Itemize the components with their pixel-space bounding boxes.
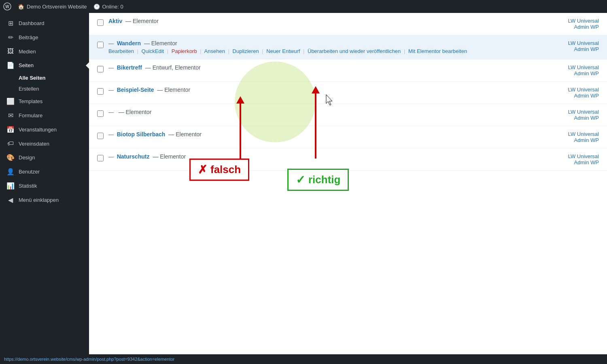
page-author-biotop: LW UniversalAdmin WP xyxy=(534,131,599,143)
dashboard-icon: ⊞ xyxy=(6,19,15,27)
action-quickedit[interactable]: QuickEdit xyxy=(142,48,164,54)
right-label-box: ✓ richtig xyxy=(287,169,349,191)
sidebar-item-templates[interactable]: ⬜ Templates xyxy=(0,94,89,108)
page-name-aktiv[interactable]: Aktiv xyxy=(108,18,122,24)
page-name-bikertreff[interactable]: Bikertreff xyxy=(117,64,142,71)
benutzer-icon: 👤 xyxy=(6,168,15,176)
right-icon: ✓ xyxy=(296,173,305,186)
page-author-wandern: LW UniversalAdmin WP xyxy=(534,40,599,52)
status-url[interactable]: https://demo.ortsverein.website/cms/wp-a… xyxy=(4,357,174,362)
row-checkbox-wandern[interactable] xyxy=(97,42,104,48)
sidebar-item-veranstaltungen[interactable]: 📅 Veranstaltungen xyxy=(0,123,89,137)
sidebar-item-formulare[interactable]: ✉ Formulare xyxy=(0,108,89,123)
page-title-line-beispiel: — Beispiel-Seite — Elementor xyxy=(108,87,529,93)
templates-icon: ⬜ xyxy=(6,97,15,105)
sidebar-label-templates: Templates xyxy=(19,98,42,104)
sidebar-item-dashboard[interactable]: ⊞ Dashboard xyxy=(0,16,89,30)
page-name-wandern[interactable]: Wandern xyxy=(117,40,141,47)
sidebar-item-medien[interactable]: 🖼 Medien xyxy=(0,44,89,58)
page-title-line-wandern: — Wandern — Elementor xyxy=(108,40,529,47)
page-dash-naturschutz: — xyxy=(108,154,115,160)
sidebar-label-veranstaltungen: Veranstaltungen xyxy=(19,127,57,133)
page-list: Aktiv — Elementor LW UniversalAdmin WP —… xyxy=(89,13,607,171)
sidebar-sub-item-erstellen[interactable]: Erstellen xyxy=(0,83,89,94)
page-title-line-bikertreff: — Bikertreff — Entwurf, Elementor xyxy=(108,64,529,71)
statistik-icon: 📊 xyxy=(6,182,15,190)
table-row: — Beispiel-Seite — Elementor LW Universa… xyxy=(89,82,607,104)
row-checkbox-bikertreff[interactable] xyxy=(97,66,104,72)
action-neuer-entwurf[interactable]: Neuer Entwurf xyxy=(266,48,300,54)
action-papierkorb[interactable]: Papierkorb xyxy=(172,48,197,54)
medien-icon: 🖼 xyxy=(6,48,15,55)
page-dash-hidden: — xyxy=(108,109,115,115)
sidebar-item-seiten[interactable]: 📄 Seiten xyxy=(0,58,89,72)
sidebar: ⊞ Dashboard ✏ Beiträge 🖼 Medien 📄 Seiten… xyxy=(0,13,89,354)
formulare-icon: ✉ xyxy=(6,112,15,119)
page-author-beispiel: LW UniversalAdmin WP xyxy=(534,87,599,99)
sidebar-sub-seiten: Alle Seiten Erstellen xyxy=(0,72,89,94)
table-row: — Naturschutz — Elementor LW UniversalAd… xyxy=(89,148,607,171)
page-dash-beispiel: — xyxy=(108,87,115,93)
page-title-line-aktiv: Aktiv — Elementor xyxy=(108,18,529,24)
page-content-wandern: — Wandern — Elementor Bearbeiten | Quick… xyxy=(108,40,529,54)
page-meta-hidden: — Elementor xyxy=(119,109,152,115)
page-name-beispiel[interactable]: Beispiel-Seite xyxy=(117,87,154,93)
design-icon: 🎨 xyxy=(6,154,15,161)
action-duplizieren[interactable]: Duplizieren xyxy=(233,48,259,54)
site-name-item[interactable]: 🏠 Demo Ortsverein Website xyxy=(18,4,87,10)
sidebar-label-design: Design xyxy=(19,154,35,161)
action-ueberarbeiten[interactable]: Überarbeiten und wieder veröffentlichen xyxy=(308,48,401,54)
table-row: — Bikertreff — Entwurf, Elementor LW Uni… xyxy=(89,59,607,82)
sidebar-label-seiten: Seiten xyxy=(19,62,34,68)
site-name: Demo Ortsverein Website xyxy=(27,4,87,10)
page-meta-bikertreff: — Entwurf, Elementor xyxy=(144,64,201,71)
page-meta-beispiel: — Elementor xyxy=(155,87,190,93)
row-checkbox-biotop[interactable] xyxy=(97,133,104,139)
sidebar-label-statistik: Statistik xyxy=(19,183,37,189)
svg-text:W: W xyxy=(5,4,9,9)
page-meta-aktiv: — Elementor xyxy=(124,18,159,24)
page-author-naturschutz: LW UniversalAdmin WP xyxy=(534,153,599,165)
row-checkbox-aktiv[interactable] xyxy=(97,19,104,26)
row-checkbox-naturschutz[interactable] xyxy=(97,155,104,161)
main-content: Aktiv — Elementor LW UniversalAdmin WP —… xyxy=(89,13,607,354)
sidebar-label-formulare: Formulare xyxy=(19,112,42,119)
page-name-biotop[interactable]: Biotop Silberbach xyxy=(117,131,166,138)
sidebar-item-menue-einklappen[interactable]: ◀ Menü einklappen xyxy=(0,193,89,207)
seiten-icon: 📄 xyxy=(6,61,15,69)
online-label: Online: 0 xyxy=(102,4,123,10)
wp-logo-item[interactable]: W xyxy=(3,2,11,11)
page-content-naturschutz: — Naturschutz — Elementor xyxy=(108,153,529,160)
sidebar-item-statistik[interactable]: 📊 Statistik xyxy=(0,179,89,193)
sidebar-label-beitraege: Beiträge xyxy=(19,34,38,40)
page-author-aktiv: LW UniversalAdmin WP xyxy=(534,18,599,30)
sidebar-label-medien: Medien xyxy=(19,49,36,55)
table-row: Aktiv — Elementor LW UniversalAdmin WP xyxy=(89,13,607,35)
page-dash-biotop: — xyxy=(108,131,115,138)
row-checkbox-beispiel[interactable] xyxy=(97,88,104,95)
page-content-hidden: — — Elementor xyxy=(108,109,529,115)
row-checkbox-hidden[interactable] xyxy=(97,110,104,117)
collapse-icon: ◀ xyxy=(6,196,15,204)
online-icon: 🕐 xyxy=(93,4,100,10)
sidebar-item-vereinsdaten[interactable]: 🏷 Vereinsdaten xyxy=(0,137,89,150)
page-name-naturschutz[interactable]: Naturschutz xyxy=(117,153,150,160)
status-bar: https://demo.ortsverein.website/cms/wp-a… xyxy=(0,354,607,364)
table-row: — Wandern — Elementor Bearbeiten | Quick… xyxy=(89,35,607,59)
page-dash-bikertreff: — xyxy=(108,65,115,71)
page-meta-biotop: — Elementor xyxy=(167,131,202,138)
sidebar-item-benutzer[interactable]: 👤 Benutzer xyxy=(0,165,89,179)
beitraege-icon: ✏ xyxy=(6,34,15,41)
vereinsdaten-icon: 🏷 xyxy=(6,140,15,147)
action-ansehen[interactable]: Ansehen xyxy=(204,48,225,54)
sidebar-sub-item-alle-seiten[interactable]: Alle Seiten xyxy=(0,72,89,83)
action-bearbeiten[interactable]: Bearbeiten xyxy=(108,48,134,54)
sidebar-item-design[interactable]: 🎨 Design xyxy=(0,150,89,165)
online-item: 🕐 Online: 0 xyxy=(93,4,123,10)
page-actions-wandern: Bearbeiten | QuickEdit | Papierkorb | An… xyxy=(108,48,529,54)
top-bar: W 🏠 Demo Ortsverein Website 🕐 Online: 0 xyxy=(0,0,607,13)
sidebar-item-beitraege[interactable]: ✏ Beiträge xyxy=(0,30,89,44)
page-title-line-biotop: — Biotop Silberbach — Elementor xyxy=(108,131,529,138)
action-mit-elementor[interactable]: Mit Elementor bearbeiten xyxy=(408,48,467,54)
page-author-hidden: LW UniversalAdmin WP xyxy=(534,109,599,121)
